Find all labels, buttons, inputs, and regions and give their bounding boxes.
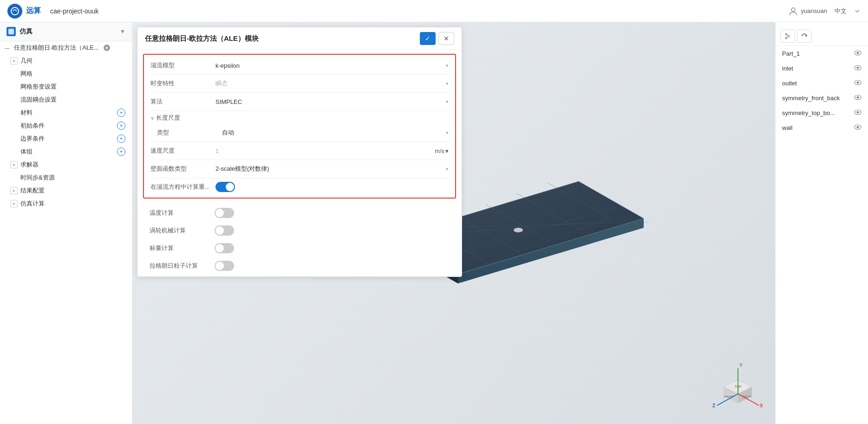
tree-item-result[interactable]: + 结果配置 (0, 184, 132, 197)
layer-item-part1: Part_1 (776, 46, 868, 61)
tree-item-label-material: 材料 (20, 109, 33, 117)
normal-section: 温度计算 涡轮机械计算 (143, 202, 456, 276)
refresh-tool-button[interactable] (797, 30, 812, 43)
layer-item-sym-top: symmetry_top_bo... (776, 105, 868, 120)
sidebar-collapse-button[interactable]: ▼ (120, 28, 125, 35)
speed-scale-control: m/s ▾ (215, 148, 449, 154)
turbo-calc-label: 涡轮机械计算 (150, 226, 215, 235)
eye-icon-part1[interactable] (854, 50, 861, 57)
svg-point-35 (857, 67, 859, 69)
layer-name-sym-front: symmetry_front_back (782, 95, 840, 102)
turbulence-recalc-toggle[interactable] (215, 182, 235, 192)
tree-item-geometry[interactable]: + 几何 (0, 54, 132, 67)
scalar-calc-label: 标量计算 (150, 244, 215, 252)
temp-calc-toggle[interactable] (215, 208, 234, 218)
dialog-title: 任意拉格朗日-欧拉方法（ALE）模块 (145, 34, 259, 43)
user-icon (788, 6, 798, 16)
add-material-button[interactable]: + (117, 109, 125, 117)
turbo-calc-toggle[interactable] (215, 225, 234, 236)
type-row: 类型 自动 ▾ (144, 124, 455, 141)
svg-point-0 (11, 7, 19, 15)
plus-icon: + (10, 57, 18, 64)
header: 远算 cae-project-ouuk yuansuan 中文 (0, 0, 868, 22)
scalar-calc-row: 标量计算 (143, 239, 456, 257)
plus-icon-sim: + (10, 200, 18, 207)
layer-item-inlet: inlet (776, 61, 868, 76)
layer-name-inlet: inlet (782, 65, 793, 72)
tree-item-label-sim: 仿真计算 (20, 199, 45, 208)
turbulence-model-select[interactable]: k-epsilon ▾ (215, 62, 449, 69)
add-init-button[interactable]: + (117, 122, 125, 130)
svg-text:X: X (760, 403, 763, 408)
cancel-button[interactable]: ✕ (438, 32, 454, 45)
eye-icon-sym-front[interactable] (854, 94, 861, 102)
unit-chevron-icon: ▾ (445, 148, 449, 154)
tree-item-fsi[interactable]: 流固耦合设置 (0, 93, 132, 106)
svg-point-39 (857, 96, 859, 99)
viewport: 任意拉格朗日-欧拉方法（ALE）模块 ✓ ✕ (132, 22, 775, 424)
toggle-slider (215, 261, 234, 271)
scalar-calc-toggle[interactable] (215, 243, 234, 253)
time-char-label: 时变特性 (150, 79, 215, 88)
section-arrow-icon: ∨ (150, 115, 154, 121)
tree-item-label-group: 体组 (20, 148, 33, 156)
add-bc-button[interactable]: + (117, 135, 125, 143)
tree-item-label-bc: 边界条件 (20, 135, 45, 143)
tree-item-timestep[interactable]: 时间步&资源 (0, 171, 132, 184)
tree-item-sim[interactable]: + 仿真计算 (0, 197, 132, 210)
svg-text:Y: Y (739, 363, 743, 368)
coord-cube: TOP FRONT RIGHT Y X Z (710, 359, 766, 415)
lagrange-calc-control (215, 261, 450, 271)
add-group-button[interactable]: + (117, 148, 125, 156)
chevron-icon: ▾ (446, 63, 449, 69)
speed-scale-input[interactable] (215, 148, 253, 154)
chevron-icon: ▾ (446, 166, 449, 172)
info-dot: ● (104, 45, 110, 51)
left-sidebar: 仿真 ▼ — 任意拉格朗日-欧拉方法（ALE... ● + 几何 网格 网格形变… (0, 22, 132, 424)
length-scale-section: ∨ 长度尺度 (144, 111, 455, 124)
sidebar-header: 仿真 ▼ (0, 22, 132, 41)
tree-item-group[interactable]: 体组 + (0, 145, 132, 158)
time-char-select[interactable]: 瞬态 ▾ (215, 79, 449, 88)
tree-item-mesh-deform[interactable]: 网格形变设置 (0, 80, 132, 93)
dialog-header: 任意拉格朗日-欧拉方法（ALE）模块 ✓ ✕ (137, 27, 462, 50)
tree-item-ale[interactable]: — 任意拉格朗日-欧拉方法（ALE... ● (0, 41, 132, 54)
algorithm-select[interactable]: SIMPLEC ▾ (215, 98, 449, 105)
wall-fn-select[interactable]: 2-scale模型(对数律) ▾ (215, 165, 449, 173)
eye-icon-inlet[interactable] (854, 64, 861, 72)
dialog-actions: ✓ ✕ (420, 32, 454, 45)
svg-point-43 (857, 126, 859, 128)
eye-icon-sym-top[interactable] (854, 109, 861, 116)
lang-select[interactable]: 中文 (835, 7, 847, 15)
logo-area: 远算 (7, 4, 41, 19)
eye-icon-outlet[interactable] (854, 79, 861, 87)
refresh-icon (801, 33, 808, 39)
tree-item-init[interactable]: 初始条件 + (0, 119, 132, 132)
user-name: yuansuan (801, 7, 827, 14)
turbo-calc-row: 涡轮机械计算 (143, 222, 456, 239)
lagrange-calc-toggle[interactable] (215, 261, 234, 271)
time-char-value: 瞬态 (215, 79, 228, 88)
type-select[interactable]: 自动 ▾ (222, 128, 449, 137)
scissors-icon (784, 33, 791, 39)
eye-icon-wall[interactable] (854, 124, 861, 131)
wall-fn-row: 壁面函数类型 2-scale模型(对数律) ▾ (144, 160, 455, 178)
tree-item-label-timestep: 时间步&资源 (20, 173, 55, 182)
turbo-calc-control (215, 225, 450, 236)
tree-item-bc[interactable]: 边界条件 + (0, 132, 132, 145)
layer-name-outlet: outlet (782, 80, 797, 87)
scissors-tool-button[interactable] (780, 30, 795, 43)
tree-item-solver[interactable]: + 求解器 (0, 158, 132, 171)
svg-point-37 (857, 82, 859, 84)
chevron-icon: ▾ (446, 130, 449, 136)
unit-select[interactable]: m/s ▾ (435, 148, 449, 154)
length-scale-label: 长度尺度 (156, 114, 180, 122)
toggle-slider (215, 208, 234, 218)
tree-item-label-solver: 求解器 (20, 161, 39, 169)
turbulence-model-value: k-epsilon (215, 62, 240, 69)
tree-item-material[interactable]: 材料 + (0, 106, 132, 119)
confirm-button[interactable]: ✓ (420, 32, 436, 45)
turbulence-model-row: 湍流模型 k-epsilon ▾ (144, 57, 455, 74)
tree-item-mesh[interactable]: 网格 (0, 67, 132, 80)
tree-item-label: 任意拉格朗日-欧拉方法（ALE... (14, 44, 99, 52)
